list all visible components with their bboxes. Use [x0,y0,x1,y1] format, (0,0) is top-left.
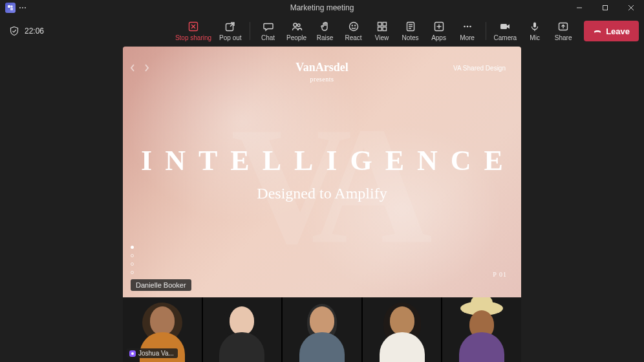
chat-icon [263,21,274,32]
participant-tile[interactable] [283,297,361,362]
svg-point-28 [464,26,466,28]
shared-slide: VA VanArsdel presents VA Shared Design I… [123,47,521,297]
participant-avatar [376,301,428,362]
slide-dot[interactable] [131,262,134,266]
window-maximize-button[interactable] [592,0,618,16]
slide-dot[interactable] [131,246,134,249]
raise-hand-icon [319,21,331,32]
participant-avatar [296,301,348,362]
svg-rect-20 [383,27,387,31]
camera-button[interactable]: Camera [490,17,521,45]
stop-sharing-icon [188,21,199,32]
svg-point-1 [10,5,12,7]
chat-button[interactable]: Chat [254,17,283,45]
apps-button[interactable]: Apps [425,17,453,45]
slide-dot[interactable] [131,271,134,274]
meeting-title: Marketing meeting [290,3,354,12]
participant-avatar [216,301,268,362]
more-ellipsis-icon [462,21,473,32]
svg-rect-2 [10,8,13,10]
share-button[interactable]: Share [549,17,577,45]
participant-avatar [456,301,508,362]
svg-point-16 [354,25,355,26]
camera-icon [499,21,511,32]
raise-hand-button[interactable]: Raise [311,17,339,45]
slide-dot[interactable] [131,254,134,257]
view-grid-icon [376,21,388,32]
svg-rect-17 [378,23,381,27]
pop-out-icon [224,21,236,32]
svg-rect-19 [378,27,381,31]
meeting-elapsed-time: 22:06 [25,27,44,36]
leave-button[interactable]: Leave [584,21,639,41]
participant-tile[interactable] [363,297,442,362]
stop-sharing-button[interactable]: Stop sharing [171,17,215,45]
svg-rect-0 [8,5,10,8]
share-up-icon [557,21,569,32]
svg-rect-4 [603,6,608,10]
presenter-name-label: Danielle Booker [131,279,191,291]
react-button[interactable]: React [339,17,368,45]
svg-point-12 [294,23,297,27]
meeting-stage: VA VanArsdel presents VA Shared Design I… [0,47,644,362]
slide-page-number: P 01 [493,271,507,278]
participant-gallery: Joshua Va... [123,297,521,362]
speaking-indicator-icon [129,350,136,357]
people-icon [291,21,303,32]
participant-name-label: Joshua Va... [127,348,178,358]
toolbar-separator [486,22,486,40]
svg-rect-32 [533,23,536,28]
title-bar: Marketing meeting [0,0,644,16]
slide-subheadline: Designed to Amplify [257,185,387,202]
privacy-shield-icon [9,26,19,36]
pop-out-button[interactable]: Pop out [215,17,245,45]
more-button[interactable]: More [453,17,482,45]
svg-rect-31 [500,24,507,29]
notes-icon [405,21,416,32]
window-minimize-button[interactable] [566,0,592,16]
hangup-icon [593,27,602,36]
participant-tile[interactable] [442,297,521,362]
svg-rect-18 [383,23,387,27]
mic-icon [529,21,541,32]
svg-point-30 [469,26,471,28]
slide-indicator-dots [131,246,134,274]
view-button[interactable]: View [368,17,396,45]
react-icon [348,21,360,32]
slide-headline: INTELLIGENCE [128,144,516,177]
participant-tile[interactable]: Joshua Va... [123,297,202,362]
mic-button[interactable]: Mic [521,17,549,45]
apps-icon [433,21,445,32]
people-button[interactable]: People [283,17,311,45]
app-menu-ellipsis-icon[interactable] [19,7,26,8]
teams-app-icon [5,3,16,13]
svg-point-14 [349,23,358,31]
notes-button[interactable]: Notes [396,17,425,45]
meeting-toolbar: 22:06 Stop sharing Pop out Chat Peo [0,16,644,47]
svg-point-13 [297,24,300,27]
participant-tile[interactable] [203,297,282,362]
toolbar-separator [250,22,250,40]
svg-point-15 [352,25,352,26]
svg-point-29 [466,26,468,28]
window-close-button[interactable] [618,0,644,16]
